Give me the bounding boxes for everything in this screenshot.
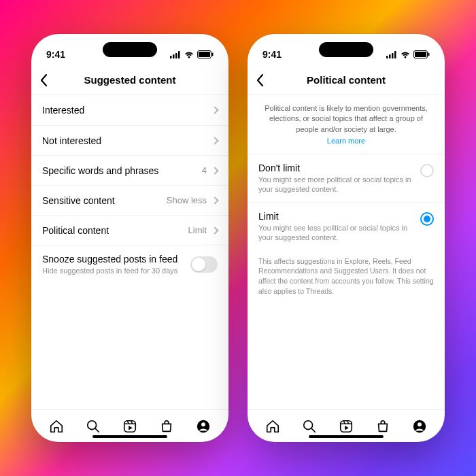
status-time: 9:41 bbox=[46, 49, 65, 60]
reels-icon bbox=[339, 419, 354, 434]
wifi-icon bbox=[184, 50, 194, 58]
status-indicators bbox=[170, 50, 214, 58]
shop-icon bbox=[159, 419, 174, 434]
option-label: Don't limit bbox=[258, 163, 420, 173]
svg-point-14 bbox=[201, 422, 205, 426]
svg-point-7 bbox=[88, 420, 97, 429]
chevron-right-icon bbox=[211, 137, 218, 144]
screen-header: Political content bbox=[248, 65, 445, 95]
svg-point-29 bbox=[418, 422, 422, 426]
row-specific-words[interactable]: Specific words and phrases 4 bbox=[31, 155, 228, 185]
svg-rect-1 bbox=[173, 54, 175, 58]
signal-icon bbox=[170, 51, 181, 58]
svg-rect-17 bbox=[392, 53, 394, 58]
phone-suggested-content: 9:41 Suggested content Interested Not in… bbox=[31, 34, 228, 442]
nav-reels[interactable] bbox=[339, 419, 354, 434]
row-label: Not interested bbox=[42, 135, 101, 146]
profile-icon bbox=[412, 419, 427, 434]
learn-more-link[interactable]: Learn more bbox=[261, 136, 431, 146]
search-icon bbox=[302, 419, 317, 434]
status-time: 9:41 bbox=[262, 49, 282, 60]
signal-icon bbox=[386, 51, 397, 58]
svg-rect-5 bbox=[199, 52, 210, 57]
svg-rect-21 bbox=[428, 53, 430, 56]
svg-rect-3 bbox=[178, 51, 180, 58]
description-text: Political content is likely to mention g… bbox=[265, 104, 428, 133]
shop-icon bbox=[375, 419, 390, 434]
svg-rect-24 bbox=[341, 420, 352, 432]
home-indicator bbox=[309, 435, 384, 438]
option-sublabel: You might see less political or social t… bbox=[258, 223, 420, 243]
battery-icon bbox=[197, 50, 214, 58]
home-indicator bbox=[92, 435, 167, 438]
radio-unselected[interactable] bbox=[420, 164, 434, 177]
nav-reels[interactable] bbox=[122, 419, 137, 434]
svg-line-23 bbox=[312, 428, 316, 432]
radio-selected[interactable] bbox=[420, 212, 434, 226]
svg-rect-0 bbox=[170, 56, 172, 58]
toggle-knob bbox=[192, 258, 205, 271]
row-label: Specific words and phrases bbox=[42, 165, 158, 176]
row-sublabel: Hide suggested posts in feed for 30 days bbox=[42, 266, 177, 275]
row-interested[interactable]: Interested bbox=[31, 95, 228, 125]
search-icon bbox=[86, 419, 101, 434]
phone-political-content: 9:41 Political content Political content… bbox=[248, 34, 445, 442]
option-sublabel: You might see more political or social t… bbox=[258, 175, 420, 194]
row-snooze: Snooze suggested posts in feed Hide sugg… bbox=[31, 245, 228, 284]
option-limit[interactable]: Limit You might see less political or so… bbox=[248, 202, 445, 251]
profile-icon bbox=[196, 419, 211, 434]
chevron-right-icon bbox=[211, 106, 218, 114]
device-notch bbox=[319, 42, 373, 57]
snooze-toggle[interactable] bbox=[190, 256, 218, 273]
option-label: Limit bbox=[258, 211, 420, 222]
row-sensitive-content[interactable]: Sensitive content Show less bbox=[31, 185, 228, 215]
chevron-right-icon bbox=[211, 167, 218, 174]
footnote-text: This affects suggestions in Explore, Ree… bbox=[248, 251, 445, 302]
svg-rect-20 bbox=[415, 52, 426, 57]
chevron-right-icon bbox=[211, 197, 218, 204]
device-notch bbox=[103, 42, 157, 57]
screen-header: Suggested content bbox=[31, 65, 228, 95]
row-value: 4 bbox=[202, 165, 207, 175]
nav-search[interactable] bbox=[302, 419, 317, 434]
chevron-left-icon bbox=[256, 73, 264, 87]
back-button[interactable] bbox=[39, 65, 60, 95]
description-block: Political content is likely to mention g… bbox=[248, 95, 445, 154]
chevron-left-icon bbox=[39, 73, 48, 87]
home-icon bbox=[265, 419, 280, 434]
nav-home[interactable] bbox=[265, 419, 280, 434]
row-political-content[interactable]: Political content Limit bbox=[31, 215, 228, 245]
svg-rect-16 bbox=[389, 54, 391, 58]
nav-profile[interactable] bbox=[196, 419, 211, 434]
row-value: Show less bbox=[167, 195, 207, 205]
svg-rect-15 bbox=[386, 56, 388, 58]
home-icon bbox=[49, 419, 64, 434]
chevron-right-icon bbox=[211, 226, 218, 234]
option-dont-limit[interactable]: Don't limit You might see more political… bbox=[248, 154, 445, 203]
settings-list: Interested Not interested Specific words… bbox=[31, 95, 228, 409]
svg-line-8 bbox=[96, 428, 99, 432]
nav-search[interactable] bbox=[86, 419, 101, 434]
row-not-interested[interactable]: Not interested bbox=[31, 125, 228, 155]
row-value: Limit bbox=[188, 225, 207, 235]
row-label: Interested bbox=[42, 105, 84, 116]
svg-rect-18 bbox=[394, 51, 396, 58]
reels-icon bbox=[122, 419, 137, 434]
nav-profile[interactable] bbox=[412, 419, 427, 434]
battery-icon bbox=[413, 50, 430, 58]
nav-home[interactable] bbox=[49, 419, 64, 434]
back-button[interactable] bbox=[256, 65, 276, 95]
svg-rect-9 bbox=[124, 420, 136, 432]
settings-content: Political content is likely to mention g… bbox=[248, 95, 445, 409]
wifi-icon bbox=[400, 50, 411, 58]
page-title: Suggested content bbox=[84, 74, 175, 86]
row-label: Political content bbox=[42, 225, 109, 236]
svg-rect-6 bbox=[212, 53, 214, 56]
row-label: Sensitive content bbox=[42, 195, 115, 206]
status-indicators bbox=[386, 50, 430, 58]
nav-shop[interactable] bbox=[375, 419, 390, 434]
page-title: Political content bbox=[307, 74, 386, 86]
svg-point-22 bbox=[304, 420, 313, 429]
svg-rect-2 bbox=[175, 53, 177, 58]
nav-shop[interactable] bbox=[159, 419, 174, 434]
